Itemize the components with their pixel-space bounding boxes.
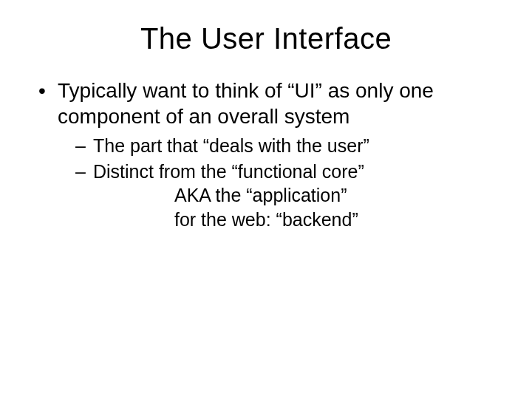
slide-title: The User Interface <box>30 22 502 55</box>
sub-bullet-item: Distinct from the “functional core” AKA … <box>72 160 502 232</box>
bullet-text: Typically want to think of “UI” as only … <box>58 79 434 128</box>
bullet-item: Typically want to think of “UI” as only … <box>37 78 502 231</box>
bullet-list-level2: The part that “deals with the user” Dist… <box>72 134 502 231</box>
sub-bullet-text: The part that “deals with the user” <box>93 135 369 156</box>
sub-bullet-text: Distinct from the “functional core” <box>93 161 364 182</box>
slide: The User Interface Typically want to thi… <box>0 0 532 399</box>
sub-bullet-item: The part that “deals with the user” <box>72 134 502 158</box>
indent-line: AKA the “application” <box>174 183 502 208</box>
bullet-list-level1: Typically want to think of “UI” as only … <box>37 78 502 231</box>
indent-line: for the web: “backend” <box>174 208 502 232</box>
